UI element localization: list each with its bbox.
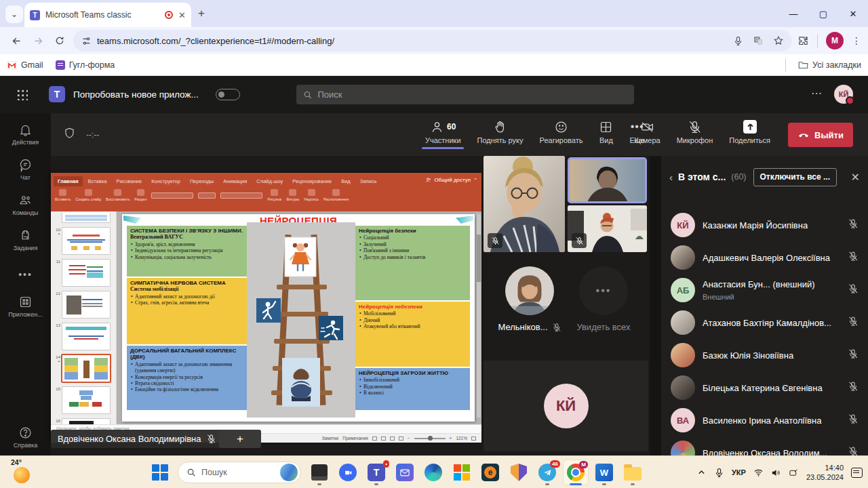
all-bookmarks-button[interactable]: Усі закладки	[798, 60, 861, 70]
taskbar-search[interactable]	[178, 462, 301, 483]
participant-mic-muted-icon[interactable]	[848, 316, 859, 329]
new-teams-toggle[interactable]	[216, 89, 240, 100]
volume-icon[interactable]	[771, 468, 781, 478]
teams-profile-avatar[interactable]: КЙ	[834, 85, 853, 104]
minimize-button[interactable]: —	[778, 0, 808, 27]
video-tile-2-active-speaker[interactable]	[568, 157, 647, 203]
participant-row[interactable]: КЙ Казанжи Марія Йосипівна	[661, 209, 868, 241]
address-bar[interactable]: teams.microsoft.com/_?clientexperience=t…	[73, 30, 792, 52]
participant-row[interactable]: Вдовіченко Оксана Володим...	[661, 436, 868, 455]
voice-search-icon[interactable]	[733, 36, 743, 46]
taskbar-store-icon[interactable]	[449, 460, 475, 485]
bookmark-gmail[interactable]: Gmail	[7, 60, 43, 70]
browser-profile-avatar[interactable]: M	[826, 32, 844, 49]
teams-search-input[interactable]	[317, 89, 627, 100]
close-window-button[interactable]: ✕	[838, 0, 868, 27]
tab-search-button[interactable]: ⌄	[5, 5, 23, 23]
taskbar-app-window[interactable]	[307, 460, 332, 485]
mute-all-button[interactable]: Отключить все ...	[753, 168, 837, 186]
taskbar-telegram-icon[interactable]: 46	[534, 460, 560, 485]
security-shield-icon[interactable]	[63, 127, 76, 142]
maximize-button[interactable]: ▢	[808, 0, 838, 27]
participant-mic-muted-icon[interactable]	[848, 283, 859, 297]
tray-expand-icon[interactable]	[696, 468, 707, 478]
sidebar-item-help[interactable]: Справка	[0, 426, 51, 449]
participant-mic-muted-icon[interactable]	[848, 348, 859, 362]
tray-date: 23.05.2024	[806, 473, 844, 481]
self-video-tile[interactable]: КЙ	[484, 361, 648, 451]
raise-hand-button[interactable]: Поднять руку	[469, 119, 532, 144]
camera-button[interactable]: Камера	[626, 119, 668, 144]
ribbon-tab: Рецензирование	[288, 176, 336, 186]
pen-icon[interactable]	[789, 468, 799, 478]
sidebar-item-apps[interactable]: Приложен...	[0, 295, 51, 318]
leave-call-button[interactable]: Выйти	[788, 123, 853, 147]
video-tile-3[interactable]	[568, 205, 647, 252]
taskbar-security-icon[interactable]	[506, 460, 532, 485]
participant-row[interactable]: Білецька Катерина Євгенівна	[661, 371, 868, 404]
participant-row[interactable]: АБ Анастасия Бун... (внешний) Внешний	[661, 274, 868, 306]
tray-mic-icon[interactable]	[714, 468, 724, 478]
translate-icon[interactable]: G	[753, 35, 764, 46]
language-indicator[interactable]: УКР	[732, 468, 746, 476]
teams-search-box[interactable]	[296, 85, 634, 104]
sidebar-item-activity[interactable]: Действия	[0, 123, 51, 146]
bookmark-google-form[interactable]: Гугл-форма	[56, 60, 115, 70]
participant-avatar-photo[interactable]	[505, 266, 554, 315]
start-button[interactable]	[152, 464, 168, 481]
see-all-button[interactable]: •••	[579, 266, 628, 315]
zoom-in-share-button[interactable]: +	[219, 430, 261, 448]
bookmark-star-icon[interactable]	[773, 35, 784, 46]
app-launcher-icon[interactable]	[16, 89, 28, 100]
taskbar-meet-app-icon[interactable]	[335, 460, 361, 485]
participant-row[interactable]: ВА Василенко Ірина Анатоліївна	[661, 404, 868, 436]
browser-menu-icon[interactable]: ⋮	[852, 35, 861, 46]
sidebar-more-icon[interactable]: •••	[0, 269, 51, 280]
video-tile-1[interactable]	[484, 156, 565, 252]
sidebar-item-assignments[interactable]: Задания	[0, 228, 51, 251]
taskbar-mail-icon[interactable]	[392, 460, 418, 485]
sidebar-item-teams[interactable]: Команды	[0, 193, 51, 216]
microphone-button[interactable]: Микрофон	[669, 119, 722, 144]
participants-button[interactable]: 60 Участники	[417, 119, 469, 144]
participant-mic-muted-icon[interactable]	[848, 218, 859, 232]
taskbar-search-input[interactable]	[201, 468, 269, 477]
panel-back-icon[interactable]: ‹	[669, 171, 673, 183]
participant-mic-muted-icon[interactable]	[848, 381, 859, 394]
taskbar-clock[interactable]: 14:40 23.05.2024	[806, 463, 844, 483]
wifi-icon[interactable]	[753, 468, 764, 478]
tile-mic-muted-badge	[488, 233, 502, 248]
forward-icon[interactable]	[27, 30, 49, 52]
panel-close-icon[interactable]: ✕	[851, 171, 860, 184]
site-settings-icon[interactable]	[81, 36, 92, 46]
slide-thumbnail: 15✦	[52, 386, 116, 414]
bullet: Консервація енергії та ресурсів	[130, 374, 244, 380]
reload-icon[interactable]	[49, 30, 71, 52]
taskbar-eset-icon[interactable]: e	[477, 460, 503, 485]
react-button[interactable]: Реагировать	[532, 119, 591, 144]
taskbar-edge-icon[interactable]	[420, 460, 446, 485]
bullet: Адаптивний захист за допомогою зникнення…	[130, 361, 244, 374]
taskbar-explorer-icon[interactable]	[620, 460, 646, 485]
sun-icon	[14, 467, 30, 483]
weather-widget[interactable]: 24°	[5, 458, 43, 487]
participant-row[interactable]: Атаханов Бахтіяр Камалдінов...	[661, 306, 868, 339]
taskbar-word-icon[interactable]: W	[591, 460, 617, 485]
back-icon[interactable]	[5, 30, 27, 52]
participant-row[interactable]: Адашкевич Валерія Олексіївна	[661, 241, 868, 274]
view-button[interactable]: Вид	[591, 119, 621, 144]
participant-mic-muted-icon[interactable]	[848, 251, 859, 264]
tab-close-icon[interactable]: ✕	[178, 10, 186, 20]
participant-mic-muted-icon[interactable]	[848, 446, 859, 455]
participant-row[interactable]: Базюк Юлія Зіновіївна	[661, 339, 868, 371]
browser-tab[interactable]: T Microsoft Teams classic ✕	[24, 3, 191, 27]
share-button[interactable]: Поделиться	[721, 119, 778, 144]
taskbar-teams-icon[interactable]: T•	[363, 460, 389, 485]
sidebar-item-chat[interactable]: Чат	[0, 158, 51, 181]
extensions-icon[interactable]	[797, 35, 809, 47]
notification-center-icon[interactable]	[851, 468, 863, 478]
new-tab-button[interactable]: +	[198, 7, 205, 20]
teams-more-icon[interactable]: ⋯	[811, 87, 823, 100]
taskbar-chrome-icon[interactable]: M	[563, 460, 589, 485]
participant-mic-muted-icon[interactable]	[848, 413, 859, 427]
